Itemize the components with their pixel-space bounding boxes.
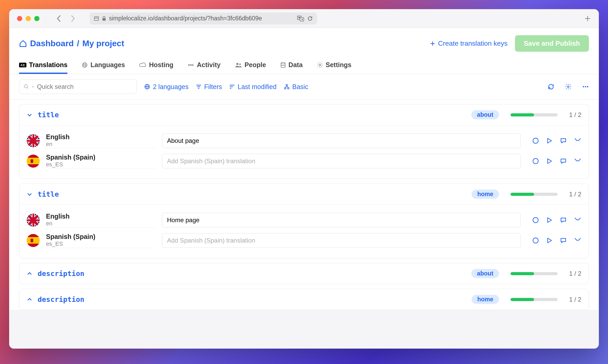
shortcut-icon[interactable] bbox=[574, 217, 581, 224]
shortcut-icon[interactable] bbox=[574, 237, 581, 244]
page-header: Dashboard / My project Create translatio… bbox=[9, 28, 599, 57]
filter-icon bbox=[196, 84, 202, 89]
svg-point-40 bbox=[533, 158, 538, 164]
language-name: Spanish (Spain) bbox=[46, 233, 156, 240]
translation-rows: English en Spanish (Spain) es_ES bbox=[19, 125, 589, 179]
breadcrumb-root[interactable]: Dashboard bbox=[30, 39, 74, 48]
language-code: es_ES bbox=[46, 240, 156, 247]
tab-hosting[interactable]: Hosting bbox=[139, 57, 173, 74]
tab-activity[interactable]: Activity bbox=[187, 57, 220, 74]
tab-settings[interactable]: Settings bbox=[317, 57, 352, 74]
search-input[interactable] bbox=[37, 83, 132, 90]
svg-point-38 bbox=[587, 86, 588, 87]
translate-icon[interactable] bbox=[297, 16, 304, 21]
lock-icon bbox=[102, 16, 106, 21]
tab-translations[interactable]: A文 Translations bbox=[19, 57, 67, 74]
translation-rows: English en Spanish (Spain) es_ES bbox=[19, 205, 589, 258]
quick-search[interactable] bbox=[19, 79, 137, 94]
more-button[interactable] bbox=[582, 83, 589, 90]
play-icon[interactable] bbox=[546, 217, 553, 224]
breadcrumb: Dashboard / My project bbox=[19, 39, 124, 48]
play-icon[interactable] bbox=[546, 237, 553, 244]
chevron-down-icon bbox=[27, 191, 32, 197]
translation-input[interactable] bbox=[162, 213, 521, 227]
svg-point-41 bbox=[533, 218, 538, 223]
comment-icon[interactable] bbox=[560, 137, 567, 144]
tab-label: Languages bbox=[90, 61, 125, 69]
svg-line-20 bbox=[27, 87, 28, 89]
fullscreen-window-button[interactable] bbox=[34, 16, 39, 21]
languages-filter[interactable]: 2 languages bbox=[144, 83, 188, 91]
view-button[interactable]: Basic bbox=[284, 83, 308, 91]
database-icon bbox=[280, 62, 286, 68]
progress-count: 1 / 2 bbox=[569, 296, 581, 303]
language-code: en bbox=[46, 220, 156, 227]
shortcut-icon[interactable] bbox=[574, 137, 581, 144]
minimize-window-button[interactable] bbox=[26, 16, 31, 21]
svg-point-30 bbox=[286, 84, 288, 86]
people-icon bbox=[235, 62, 242, 68]
key-header[interactable]: title about 1 / 2 bbox=[19, 104, 589, 125]
gear-icon bbox=[317, 62, 323, 68]
tab-data[interactable]: Data bbox=[280, 57, 303, 74]
breadcrumb-project[interactable]: My project bbox=[82, 39, 124, 48]
row-actions bbox=[532, 137, 581, 144]
comment-icon[interactable] bbox=[560, 217, 567, 224]
sort-button[interactable]: Last modified bbox=[229, 83, 277, 91]
language-name: English bbox=[46, 133, 156, 141]
tab-label: People bbox=[245, 61, 266, 69]
globe-icon bbox=[82, 62, 88, 68]
nav-forward-button[interactable] bbox=[70, 15, 76, 22]
status-circle-icon[interactable] bbox=[532, 237, 539, 244]
status-circle-icon[interactable] bbox=[532, 158, 539, 165]
flag-icon bbox=[27, 234, 40, 247]
tab-people[interactable]: People bbox=[235, 57, 266, 74]
nav-back-button[interactable] bbox=[56, 15, 62, 22]
play-icon[interactable] bbox=[546, 137, 553, 144]
url-bar[interactable]: simplelocalize.io/dashboard/projects/?ha… bbox=[90, 13, 317, 25]
key-header[interactable]: description about 1 / 2 bbox=[19, 263, 589, 284]
status-circle-icon[interactable] bbox=[532, 217, 539, 224]
home-icon[interactable] bbox=[19, 40, 27, 48]
svg-text:A文: A文 bbox=[20, 64, 25, 67]
key-name: description bbox=[38, 269, 84, 278]
svg-point-18 bbox=[319, 64, 321, 66]
filters-button[interactable]: Filters bbox=[196, 83, 222, 91]
key-header[interactable]: title home 1 / 2 bbox=[19, 184, 589, 205]
status-circle-icon[interactable] bbox=[532, 137, 539, 144]
settings-button[interactable] bbox=[565, 83, 572, 90]
reload-icon[interactable] bbox=[307, 16, 313, 21]
translation-row: English en bbox=[27, 210, 581, 230]
site-settings-icon bbox=[94, 16, 99, 21]
translation-input[interactable] bbox=[162, 154, 521, 168]
key-name: description bbox=[38, 295, 84, 303]
svg-point-17 bbox=[281, 62, 285, 64]
browser-window: simplelocalize.io/dashboard/projects/?ha… bbox=[9, 9, 599, 349]
close-window-button[interactable] bbox=[17, 16, 22, 21]
tab-label: Activity bbox=[197, 61, 220, 69]
translation-input[interactable] bbox=[162, 133, 521, 148]
refresh-button[interactable] bbox=[548, 83, 554, 90]
comment-icon[interactable] bbox=[560, 237, 567, 244]
shortcut-icon[interactable] bbox=[574, 158, 581, 165]
create-translation-keys-button[interactable]: Create translation keys bbox=[430, 39, 508, 48]
svg-point-42 bbox=[533, 238, 538, 243]
language-name: English bbox=[46, 213, 156, 220]
play-icon[interactable] bbox=[546, 158, 553, 165]
key-header[interactable]: description home 1 / 2 bbox=[19, 289, 589, 310]
namespace-badge: home bbox=[472, 190, 499, 199]
tab-languages[interactable]: Languages bbox=[82, 57, 125, 74]
svg-rect-0 bbox=[94, 17, 99, 20]
save-and-publish-button[interactable]: Save and Publish bbox=[515, 35, 589, 52]
comment-icon[interactable] bbox=[560, 158, 567, 165]
translation-input[interactable] bbox=[162, 233, 521, 248]
svg-point-36 bbox=[583, 86, 584, 87]
translation-row: Spanish (Spain) es_ES bbox=[27, 151, 581, 171]
svg-point-31 bbox=[284, 87, 286, 89]
new-tab-button[interactable] bbox=[584, 15, 591, 22]
namespace-badge: home bbox=[472, 295, 499, 304]
svg-point-15 bbox=[236, 63, 238, 65]
progress-bar bbox=[511, 113, 558, 116]
svg-point-16 bbox=[239, 63, 241, 65]
chevron-up-icon bbox=[27, 297, 32, 302]
